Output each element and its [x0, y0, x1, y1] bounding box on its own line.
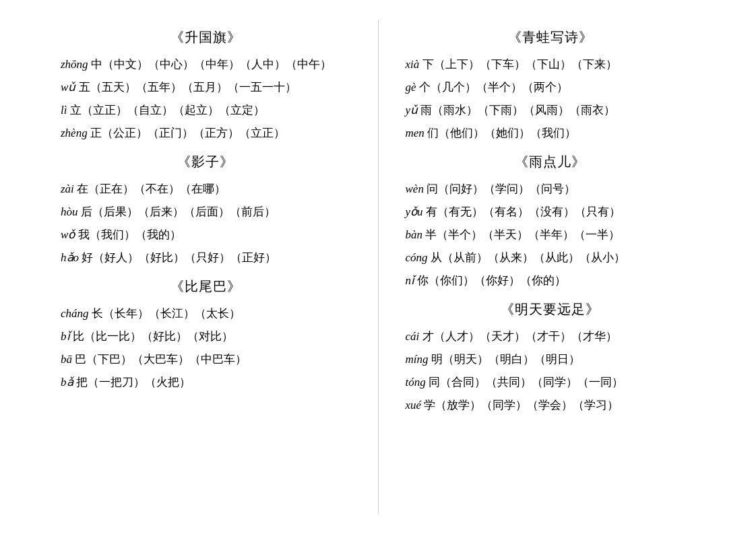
pinyin: bàn: [406, 228, 426, 241]
pinyin: wǔ: [61, 81, 79, 94]
entry-text: 长（长年）（长江）（太长）: [92, 307, 241, 320]
pinyin: zhèng: [61, 127, 90, 139]
entry: yǔ 雨（雨水）（下雨）（风雨）（雨衣）: [399, 99, 703, 122]
pinyin: wǒ: [61, 228, 78, 241]
entry: bǎ 把（一把刀）（火把）: [54, 371, 358, 394]
entry-text: 好（好人）（好比）（只好）（正好）: [82, 251, 276, 264]
pinyin: bǐ: [61, 330, 73, 343]
entry: men 们（他们）（她们）（我们）: [399, 122, 703, 145]
pinyin: zhōng: [61, 58, 91, 71]
entry-text: 在（正在）（不在）（在哪）: [77, 182, 226, 195]
entry-text: 比（比一比）（好比）（对比）: [73, 330, 233, 343]
entry: wǒ 我（我们）（我的）: [54, 224, 358, 246]
entry: gè 个（几个）（半个）（两个）: [399, 76, 703, 99]
pinyin: xué: [406, 399, 424, 411]
section-title: 《升国旗》: [54, 28, 358, 46]
pinyin: lì: [61, 104, 70, 116]
left-column: 《升国旗》zhōng 中（中文）（中心）（中年）（人中）（中午）wǔ 五（五天）…: [40, 20, 371, 514]
entry: nǐ 你（你们）（你好）（你的）: [399, 269, 703, 292]
entry: bàn 半（半个）（半天）（半年）（一半）: [399, 224, 703, 246]
entry: yǒu 有（有无）（有名）（没有）（只有）: [399, 201, 703, 224]
pinyin: cái: [406, 330, 422, 343]
entry: wèn 问（问好）（学问）（问号）: [399, 178, 703, 201]
entry-text: 我（我们）（我的）: [78, 228, 181, 241]
pinyin: xià: [406, 58, 422, 71]
pinyin: wèn: [406, 182, 427, 195]
entry-text: 同（合同）（共同）（同学）（一同）: [429, 376, 623, 389]
entry-text: 个（几个）（半个）（两个）: [419, 81, 568, 94]
entry-text: 明（明天）（明白）（明日）: [431, 353, 580, 366]
entry: zhōng 中（中文）（中心）（中年）（人中）（中午）: [54, 53, 358, 76]
entry-text: 学（放学）（同学）（学会）（学习）: [424, 399, 619, 411]
section-title: 《雨点儿》: [399, 153, 703, 171]
entry: zài 在（正在）（不在）（在哪）: [54, 178, 358, 201]
pinyin: men: [406, 127, 428, 139]
entry-text: 下（上下）（下车）（下山）（下来）: [422, 58, 617, 71]
right-column: 《青蛙写诗》xià 下（上下）（下车）（下山）（下来）gè 个（几个）（半个）（…: [385, 20, 716, 514]
entry: zhèng 正（公正）（正门）（正方）（立正）: [54, 122, 358, 145]
entry-text: 中（中文）（中心）（中年）（人中）（中午）: [91, 58, 332, 71]
entry-text: 五（五天）（五年）（五月）（一五一十）: [79, 81, 296, 94]
pinyin: yǔ: [406, 104, 421, 116]
section-title: 《青蛙写诗》: [399, 28, 703, 46]
entry: cóng 从（从前）（从来）（从此）（从小）: [399, 246, 703, 269]
pinyin: zài: [61, 182, 77, 195]
entry-text: 从（从前）（从来）（从此）（从小）: [431, 251, 625, 264]
entry: bǐ 比（比一比）（好比）（对比）: [54, 325, 358, 348]
pinyin: yǒu: [406, 205, 426, 218]
entry-text: 你（你们）（你好）（你的）: [417, 274, 566, 287]
pinyin: nǐ: [406, 274, 418, 287]
entry: lì 立（立正）（自立）（起立）（立定）: [54, 99, 358, 122]
entry: xià 下（上下）（下车）（下山）（下来）: [399, 53, 703, 76]
entry: hòu 后（后果）（后来）（后面）（前后）: [54, 201, 358, 224]
entry-text: 们（他们）（她们）（我们）: [427, 127, 576, 139]
entry: cái 才（人才）（天才）（才干）（才华）: [399, 325, 703, 348]
entry: wǔ 五（五天）（五年）（五月）（一五一十）: [54, 76, 358, 99]
pinyin: míng: [406, 353, 431, 366]
entry: tóng 同（合同）（共同）（同学）（一同）: [399, 371, 703, 394]
pinyin: hòu: [61, 205, 81, 218]
entry-text: 把（一把刀）（火把）: [76, 376, 191, 389]
entry-text: 问（问好）（学问）（问号）: [427, 182, 575, 195]
entry: míng 明（明天）（明白）（明日）: [399, 348, 703, 371]
section-title: 《影子》: [54, 153, 358, 171]
entry-text: 正（公正）（正门）（正方）（立正）: [90, 127, 285, 139]
entry-text: 有（有无）（有名）（没有）（只有）: [426, 205, 621, 218]
entry-text: 才（人才）（天才）（才干）（才华）: [422, 330, 617, 343]
pinyin: tóng: [406, 376, 429, 389]
pinyin: gè: [406, 81, 419, 94]
entry: cháng 长（长年）（长江）（太长）: [54, 302, 358, 325]
pinyin: hǎo: [61, 251, 82, 264]
page: 《升国旗》zhōng 中（中文）（中心）（中年）（人中）（中午）wǔ 五（五天）…: [0, 0, 756, 534]
entry: hǎo 好（好人）（好比）（只好）（正好）: [54, 246, 358, 269]
column-divider: [378, 20, 379, 514]
entry-text: 立（立正）（自立）（起立）（立定）: [70, 104, 265, 116]
entry-text: 半（半个）（半天）（半年）（一半）: [425, 228, 620, 241]
section-title: 《明天要远足》: [399, 300, 703, 319]
section-title: 《比尾巴》: [54, 277, 358, 296]
pinyin: cháng: [61, 307, 92, 320]
entry: bā 巴（下巴）（大巴车）（中巴车）: [54, 348, 358, 371]
entry: xué 学（放学）（同学）（学会）（学习）: [399, 394, 703, 417]
pinyin: bā: [61, 353, 75, 366]
entry-text: 后（后果）（后来）（后面）（前后）: [81, 205, 276, 218]
entry-text: 雨（雨水）（下雨）（风雨）（雨衣）: [420, 104, 615, 116]
pinyin: cóng: [406, 251, 431, 264]
pinyin: bǎ: [61, 376, 76, 389]
entry-text: 巴（下巴）（大巴车）（中巴车）: [75, 353, 247, 366]
